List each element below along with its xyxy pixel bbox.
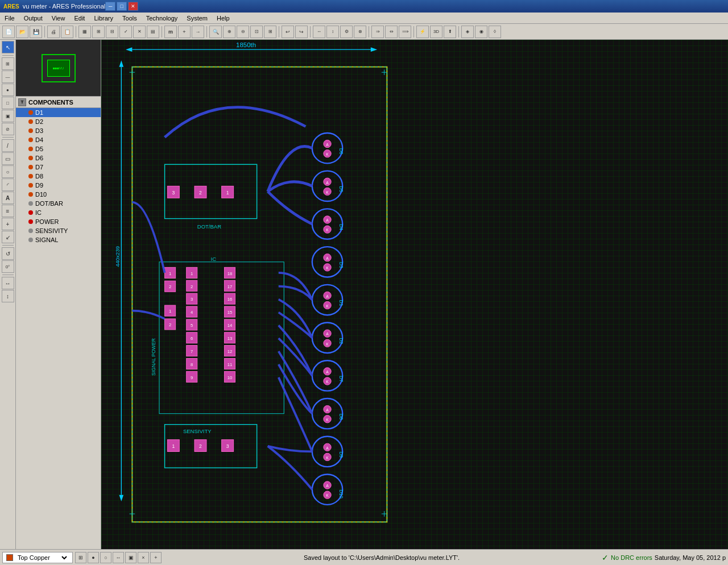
tb-route2[interactable]: ⇔: [385, 26, 398, 38]
svg-marker-1: [126, 47, 132, 52]
tb-save[interactable]: 💾: [30, 26, 42, 38]
component-item-d2[interactable]: D2: [16, 117, 101, 126]
tb-move-v[interactable]: ↕: [326, 26, 339, 38]
tb-misc3[interactable]: ◊: [489, 26, 501, 38]
component-item-ic[interactable]: IC: [16, 208, 101, 217]
menu-edit[interactable]: Edit: [69, 14, 89, 23]
svg-point-115: [312, 398, 342, 429]
component-item-d4[interactable]: D4: [16, 135, 101, 144]
status-icon-5[interactable]: ▣: [125, 552, 136, 563]
tb-zoom-out[interactable]: ⊖: [237, 26, 249, 38]
tb-tools[interactable]: ⚙: [340, 26, 353, 38]
tb-move-h[interactable]: ↔: [313, 26, 325, 38]
title-text: vu meter - ARES Professional: [23, 3, 106, 10]
menu-help[interactable]: Help: [212, 14, 234, 23]
component-item-dot-bar[interactable]: DOT/BAR: [16, 199, 101, 208]
status-icon-2[interactable]: ●: [88, 552, 99, 563]
svg-marker-2: [371, 47, 377, 52]
lt-via[interactable]: ●: [2, 84, 14, 96]
menu-output[interactable]: Output: [19, 14, 47, 23]
status-icon-1[interactable]: ⊞: [75, 552, 86, 563]
tb-open[interactable]: 📂: [16, 26, 28, 38]
menu-view[interactable]: View: [47, 14, 70, 23]
tb-misc2[interactable]: ◉: [475, 26, 487, 38]
tb-plus[interactable]: +: [178, 26, 191, 38]
component-item-d10[interactable]: D10: [16, 190, 101, 199]
tb-undo[interactable]: ↩: [282, 26, 294, 38]
component-item-d6[interactable]: D6: [16, 153, 101, 163]
canvas-area[interactable]: 1850th 440x239 DOT/BAR 3 2 1: [101, 40, 728, 549]
tb-misc1[interactable]: ◈: [461, 26, 474, 38]
tb-grid[interactable]: ⊞: [92, 26, 105, 38]
tb-layers[interactable]: ▤: [147, 26, 159, 38]
menu-bar: File Output View Edit Library Tools Tech…: [0, 13, 728, 24]
lt-select[interactable]: ↖: [2, 41, 14, 53]
component-item-d8[interactable]: D8: [16, 172, 101, 181]
preview-chip: ■■■ VU: [47, 60, 70, 77]
lt-track[interactable]: —: [2, 70, 14, 83]
maximize-button[interactable]: □: [117, 2, 127, 11]
tb-arrow-r[interactable]: →: [192, 26, 204, 38]
lt-angle[interactable]: 0°: [2, 260, 14, 273]
status-icon-4[interactable]: ↔: [113, 552, 124, 563]
component-item-sensivity[interactable]: SENSIVITY: [16, 226, 101, 235]
menu-library[interactable]: Library: [89, 14, 118, 23]
component-item-d7[interactable]: D7: [16, 163, 101, 172]
lt-pad[interactable]: □: [2, 97, 14, 109]
lt-rotate[interactable]: ↺: [2, 247, 14, 260]
lt-component[interactable]: ⊞: [2, 57, 14, 70]
component-item-d1[interactable]: D1: [16, 108, 101, 117]
minimize-button[interactable]: ─: [105, 2, 115, 11]
tb-print[interactable]: 🖨: [47, 26, 60, 38]
lt-symbol[interactable]: ≡: [2, 205, 14, 217]
tb-check[interactable]: ✓: [119, 26, 132, 38]
tb-drc[interactable]: ⚡: [416, 26, 429, 38]
lt-text[interactable]: A: [2, 192, 14, 204]
lt-move-v[interactable]: ↕: [2, 290, 14, 302]
lt-copper[interactable]: ▣: [2, 110, 14, 122]
tb-new[interactable]: 📄: [2, 26, 15, 38]
component-item-signal[interactable]: SIGNAL: [16, 235, 101, 244]
layer-dropdown[interactable]: Top Copper Bottom Copper Silkscreen: [15, 554, 69, 562]
components-list[interactable]: D1D2D3D4D5D6D7D8D9D10DOT/BARICPOWERSENSI…: [16, 108, 101, 549]
tb-zoom-in2[interactable]: ⊕: [223, 26, 235, 38]
close-button[interactable]: ✕: [128, 2, 138, 11]
lt-move-h[interactable]: ↔: [2, 277, 14, 289]
status-icon-6[interactable]: ×: [138, 552, 149, 563]
tb-export[interactable]: ⬆: [444, 26, 456, 38]
tb-ratsnest[interactable]: ⊗: [354, 26, 366, 38]
tb-3d[interactable]: 3D: [430, 26, 442, 38]
tb-zoom-full[interactable]: ⊞: [264, 26, 276, 38]
lt-line[interactable]: /: [2, 139, 14, 152]
component-item-d9[interactable]: D9: [16, 181, 101, 190]
tb-undo-multi[interactable]: ▦: [78, 26, 91, 38]
tb-m[interactable]: m: [164, 26, 177, 38]
layer-selector[interactable]: Top Copper Bottom Copper Silkscreen: [2, 552, 73, 563]
menu-technology[interactable]: Technology: [142, 14, 183, 23]
tb-print2[interactable]: 📋: [61, 26, 73, 38]
component-item-d3[interactable]: D3: [16, 126, 101, 135]
menu-tools[interactable]: Tools: [118, 14, 142, 23]
menu-file[interactable]: File: [0, 14, 19, 23]
pcb-canvas[interactable]: 1850th 440x239 DOT/BAR 3 2 1: [101, 40, 728, 549]
lt-keepout[interactable]: ⊘: [2, 123, 14, 135]
tb-zoom-fit[interactable]: ⊡: [250, 26, 263, 38]
tb-zoom-in[interactable]: 🔍: [209, 26, 222, 38]
status-icon-3[interactable]: ○: [100, 552, 111, 563]
lt-rect[interactable]: ▭: [2, 152, 14, 165]
status-icon-7[interactable]: +: [150, 552, 162, 563]
component-item-power[interactable]: POWER: [16, 217, 101, 226]
svg-point-73: [312, 133, 342, 163]
tb-snap[interactable]: ⊟: [106, 26, 118, 38]
tb-redo[interactable]: ↪: [295, 26, 308, 38]
lt-arc[interactable]: ◜: [2, 178, 14, 191]
tb-route1[interactable]: ⇒: [371, 26, 384, 38]
tb-cross[interactable]: ✕: [133, 26, 146, 38]
component-item-d5[interactable]: D5: [16, 144, 101, 153]
menu-system[interactable]: System: [182, 14, 212, 23]
lt-plus[interactable]: +: [2, 218, 14, 230]
lt-circle[interactable]: ○: [2, 165, 14, 178]
tb-route3[interactable]: ⟹: [399, 26, 411, 38]
preview-box: ■■■ VU: [42, 54, 76, 82]
lt-probe[interactable]: ↙: [2, 231, 14, 243]
